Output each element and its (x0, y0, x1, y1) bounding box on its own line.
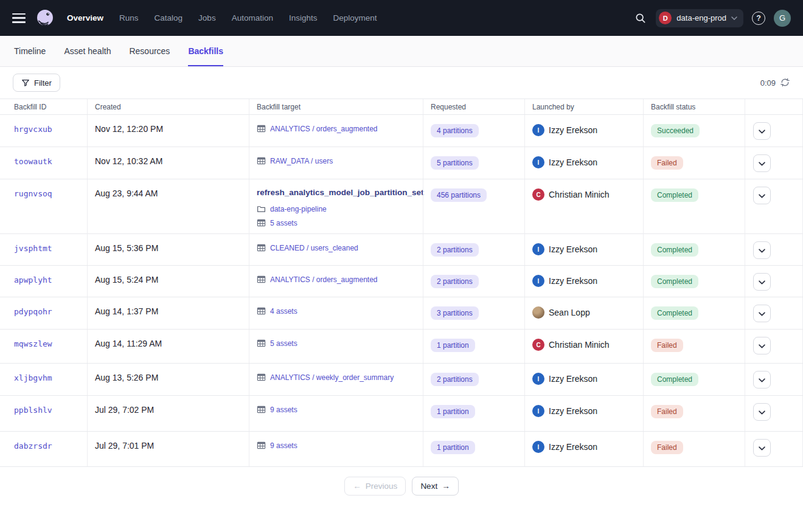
backfill-target-cell: ANALYTICS / orders_augmented (249, 266, 423, 297)
backfill-target-link[interactable]: ANALYTICS / orders_augmented (270, 125, 378, 133)
row-actions-button[interactable] (753, 403, 771, 421)
filter-button[interactable]: Filter (13, 74, 60, 92)
refresh-icon[interactable] (780, 78, 790, 88)
menu-icon[interactable] (12, 13, 26, 23)
backfill-id-link[interactable]: mqwszlew (14, 339, 52, 348)
tab-asset-health[interactable]: Asset health (64, 36, 111, 66)
row-menu-cell (745, 115, 803, 147)
user-avatar[interactable]: G (774, 10, 791, 27)
nav-item-automation[interactable]: Automation (232, 13, 273, 22)
deployment-switcher[interactable]: D data-eng-prod (656, 9, 743, 27)
user-letter-avatar: I (532, 156, 544, 168)
backfill-target-cell: CLEANED / users_cleaned (249, 234, 423, 265)
launched-by-name: Izzy Erekson (549, 276, 597, 286)
row-actions-button[interactable] (753, 337, 771, 354)
partitions-badge: 2 partitions (431, 243, 479, 257)
user-letter-avatar: C (532, 339, 544, 351)
table-row: apwplyht Aug 15, 5:24 PM ANALYTICS / ord… (0, 266, 803, 297)
created-cell: Aug 15, 5:36 PM (87, 234, 249, 265)
nav-item-insights[interactable]: Insights (289, 13, 318, 22)
previous-page-button[interactable]: ← Previous (344, 477, 406, 496)
requested-cell: 5 partitions (423, 147, 524, 179)
asset-table-icon (257, 243, 266, 252)
row-actions-button[interactable] (753, 122, 771, 140)
row-actions-button[interactable] (753, 273, 771, 291)
tab-resources[interactable]: Resources (129, 36, 170, 66)
backfill-id-link[interactable]: hrgvcxub (14, 125, 52, 134)
backfill-target-link[interactable]: RAW_DATA / users (270, 157, 333, 165)
row-actions-button[interactable] (753, 371, 771, 389)
asset-table-icon (257, 373, 266, 382)
nav-item-deployment[interactable]: Deployment (333, 13, 377, 22)
launched-by-name: Izzy Erekson (549, 125, 597, 135)
nav-item-catalog[interactable]: Catalog (155, 13, 183, 22)
user-letter-avatar: I (532, 441, 544, 453)
backfill-id-link[interactable]: ppblshlv (14, 406, 52, 415)
backfill-id-link[interactable]: jvsphtmt (14, 244, 52, 253)
column-header: Requested (423, 99, 524, 114)
backfill-id-link[interactable]: pdypqohr (14, 307, 52, 316)
next-page-button[interactable]: Next → (412, 477, 458, 496)
main-nav-items: OverviewRunsCatalogJobsAutomationInsight… (67, 13, 377, 22)
user-photo-avatar (532, 306, 544, 319)
filter-label: Filter (34, 78, 52, 88)
backfill-target-link[interactable]: 5 assets (270, 339, 297, 348)
dagster-logo[interactable] (34, 7, 56, 29)
backfill-id-cell: xljbgvhm (0, 364, 87, 395)
partitions-badge: 1 partition (431, 339, 475, 352)
partitions-badge: 456 partitions (431, 188, 487, 202)
row-actions-button[interactable] (753, 154, 771, 172)
backfill-target-link[interactable]: 4 assets (270, 307, 297, 316)
tab-backfills[interactable]: Backfills (188, 36, 223, 66)
backfill-target-link[interactable]: 9 assets (270, 441, 297, 450)
row-menu-cell (745, 432, 803, 466)
status-cell: Completed (643, 364, 745, 395)
search-icon[interactable] (634, 12, 647, 25)
backfill-target-job-link[interactable]: refresh_analytics_model_job_partition_se… (257, 188, 417, 197)
row-actions-button[interactable] (753, 439, 771, 457)
column-header (745, 99, 803, 114)
nav-item-overview[interactable]: Overview (67, 13, 103, 22)
row-menu-cell (745, 266, 803, 297)
partitions-badge: 2 partitions (431, 275, 479, 288)
backfill-id-link[interactable]: xljbgvhm (14, 373, 52, 382)
status-badge: Failed (651, 339, 683, 352)
backfill-id-link[interactable]: apwplyht (14, 275, 52, 285)
partitions-badge: 5 partitions (431, 156, 479, 170)
table-row: pdypqohr Aug 14, 1:37 PM 4 assets 3 part… (0, 297, 803, 330)
row-menu-cell (745, 234, 803, 265)
asset-table-icon (257, 218, 266, 227)
chevron-down-icon (759, 375, 765, 384)
status-cell: Failed (643, 330, 745, 363)
row-menu-cell (745, 297, 803, 329)
pagination: ← Previous Next → (0, 477, 803, 496)
backfill-target-link[interactable]: ANALYTICS / orders_augmented (270, 275, 378, 284)
row-actions-button[interactable] (753, 241, 771, 259)
backfill-target-link[interactable]: 9 assets (270, 406, 297, 414)
nav-item-jobs[interactable]: Jobs (198, 13, 216, 22)
user-letter-avatar: C (532, 188, 544, 201)
tab-timeline[interactable]: Timeline (14, 36, 46, 66)
requested-cell: 2 partitions (423, 364, 524, 395)
backfill-target-link[interactable]: ANALYTICS / weekly_order_summary (270, 373, 394, 382)
asset-table-icon (257, 339, 266, 348)
status-badge: Completed (651, 243, 698, 257)
row-actions-button[interactable] (753, 305, 771, 322)
backfill-id-link[interactable]: toowautk (14, 157, 52, 166)
row-menu-cell (745, 364, 803, 395)
backfill-target-cell: 9 assets (249, 432, 423, 466)
row-actions-button[interactable] (753, 187, 771, 204)
target-meta-link[interactable]: data-eng-pipeline (270, 205, 327, 213)
nav-item-runs[interactable]: Runs (119, 13, 139, 22)
requested-cell: 4 partitions (423, 115, 524, 147)
chevron-down-icon (759, 443, 765, 452)
target-meta-link[interactable]: 5 assets (270, 219, 297, 227)
backfill-id-link[interactable]: rugnvsoq (14, 189, 52, 198)
partitions-badge: 3 partitions (431, 306, 479, 320)
help-icon[interactable]: ? (752, 12, 765, 25)
status-badge: Failed (651, 441, 683, 454)
left-arrow-icon: ← (353, 482, 361, 491)
backfill-target-link[interactable]: CLEANED / users_cleaned (270, 244, 358, 252)
user-letter-avatar: I (532, 405, 544, 417)
backfill-id-link[interactable]: dabzrsdr (14, 441, 52, 451)
